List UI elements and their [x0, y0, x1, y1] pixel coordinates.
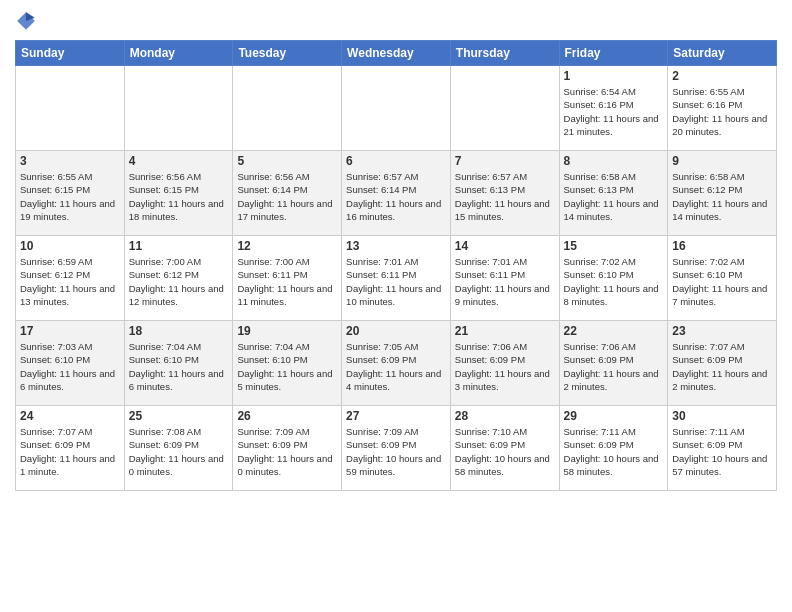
calendar-day-cell: 22Sunrise: 7:06 AM Sunset: 6:09 PM Dayli…	[559, 321, 668, 406]
calendar-day-cell: 27Sunrise: 7:09 AM Sunset: 6:09 PM Dayli…	[342, 406, 451, 491]
day-info: Sunrise: 6:56 AM Sunset: 6:14 PM Dayligh…	[237, 170, 337, 223]
day-info: Sunrise: 7:03 AM Sunset: 6:10 PM Dayligh…	[20, 340, 120, 393]
calendar-day-cell: 21Sunrise: 7:06 AM Sunset: 6:09 PM Dayli…	[450, 321, 559, 406]
calendar-day-cell: 5Sunrise: 6:56 AM Sunset: 6:14 PM Daylig…	[233, 151, 342, 236]
calendar-day-header: Wednesday	[342, 41, 451, 66]
calendar-day-header: Thursday	[450, 41, 559, 66]
calendar-day-cell: 4Sunrise: 6:56 AM Sunset: 6:15 PM Daylig…	[124, 151, 233, 236]
calendar-day-cell: 25Sunrise: 7:08 AM Sunset: 6:09 PM Dayli…	[124, 406, 233, 491]
logo	[15, 10, 41, 32]
day-number: 27	[346, 409, 446, 423]
calendar-day-header: Tuesday	[233, 41, 342, 66]
calendar-day-cell: 19Sunrise: 7:04 AM Sunset: 6:10 PM Dayli…	[233, 321, 342, 406]
calendar-day-cell: 15Sunrise: 7:02 AM Sunset: 6:10 PM Dayli…	[559, 236, 668, 321]
day-number: 7	[455, 154, 555, 168]
day-info: Sunrise: 7:06 AM Sunset: 6:09 PM Dayligh…	[564, 340, 664, 393]
day-info: Sunrise: 7:08 AM Sunset: 6:09 PM Dayligh…	[129, 425, 229, 478]
day-info: Sunrise: 7:09 AM Sunset: 6:09 PM Dayligh…	[346, 425, 446, 478]
header	[15, 10, 777, 32]
day-info: Sunrise: 7:07 AM Sunset: 6:09 PM Dayligh…	[672, 340, 772, 393]
day-info: Sunrise: 6:59 AM Sunset: 6:12 PM Dayligh…	[20, 255, 120, 308]
day-info: Sunrise: 7:06 AM Sunset: 6:09 PM Dayligh…	[455, 340, 555, 393]
day-number: 20	[346, 324, 446, 338]
day-info: Sunrise: 7:04 AM Sunset: 6:10 PM Dayligh…	[129, 340, 229, 393]
day-info: Sunrise: 7:00 AM Sunset: 6:12 PM Dayligh…	[129, 255, 229, 308]
day-number: 3	[20, 154, 120, 168]
calendar-day-cell	[233, 66, 342, 151]
day-number: 18	[129, 324, 229, 338]
day-info: Sunrise: 7:10 AM Sunset: 6:09 PM Dayligh…	[455, 425, 555, 478]
calendar-day-cell: 24Sunrise: 7:07 AM Sunset: 6:09 PM Dayli…	[16, 406, 125, 491]
calendar-header-row: SundayMondayTuesdayWednesdayThursdayFrid…	[16, 41, 777, 66]
calendar-day-cell	[342, 66, 451, 151]
day-info: Sunrise: 6:55 AM Sunset: 6:16 PM Dayligh…	[672, 85, 772, 138]
calendar-day-cell: 17Sunrise: 7:03 AM Sunset: 6:10 PM Dayli…	[16, 321, 125, 406]
day-number: 6	[346, 154, 446, 168]
day-number: 4	[129, 154, 229, 168]
day-info: Sunrise: 7:07 AM Sunset: 6:09 PM Dayligh…	[20, 425, 120, 478]
calendar-day-cell: 20Sunrise: 7:05 AM Sunset: 6:09 PM Dayli…	[342, 321, 451, 406]
day-info: Sunrise: 7:09 AM Sunset: 6:09 PM Dayligh…	[237, 425, 337, 478]
calendar-day-header: Sunday	[16, 41, 125, 66]
day-number: 1	[564, 69, 664, 83]
day-number: 5	[237, 154, 337, 168]
calendar-day-header: Friday	[559, 41, 668, 66]
day-number: 2	[672, 69, 772, 83]
day-number: 21	[455, 324, 555, 338]
day-number: 16	[672, 239, 772, 253]
calendar-day-cell: 11Sunrise: 7:00 AM Sunset: 6:12 PM Dayli…	[124, 236, 233, 321]
day-info: Sunrise: 6:58 AM Sunset: 6:13 PM Dayligh…	[564, 170, 664, 223]
calendar-day-cell: 10Sunrise: 6:59 AM Sunset: 6:12 PM Dayli…	[16, 236, 125, 321]
day-number: 11	[129, 239, 229, 253]
calendar-week-row: 10Sunrise: 6:59 AM Sunset: 6:12 PM Dayli…	[16, 236, 777, 321]
calendar-day-cell: 29Sunrise: 7:11 AM Sunset: 6:09 PM Dayli…	[559, 406, 668, 491]
calendar-day-cell	[450, 66, 559, 151]
day-number: 15	[564, 239, 664, 253]
day-number: 17	[20, 324, 120, 338]
calendar-table: SundayMondayTuesdayWednesdayThursdayFrid…	[15, 40, 777, 491]
day-number: 23	[672, 324, 772, 338]
logo-icon	[15, 10, 37, 32]
day-info: Sunrise: 7:00 AM Sunset: 6:11 PM Dayligh…	[237, 255, 337, 308]
day-info: Sunrise: 6:58 AM Sunset: 6:12 PM Dayligh…	[672, 170, 772, 223]
calendar-day-cell: 23Sunrise: 7:07 AM Sunset: 6:09 PM Dayli…	[668, 321, 777, 406]
day-info: Sunrise: 6:57 AM Sunset: 6:13 PM Dayligh…	[455, 170, 555, 223]
calendar-day-cell: 13Sunrise: 7:01 AM Sunset: 6:11 PM Dayli…	[342, 236, 451, 321]
calendar-day-cell: 18Sunrise: 7:04 AM Sunset: 6:10 PM Dayli…	[124, 321, 233, 406]
page: SundayMondayTuesdayWednesdayThursdayFrid…	[0, 0, 792, 612]
day-info: Sunrise: 7:04 AM Sunset: 6:10 PM Dayligh…	[237, 340, 337, 393]
calendar-day-header: Saturday	[668, 41, 777, 66]
day-number: 22	[564, 324, 664, 338]
day-number: 26	[237, 409, 337, 423]
calendar-day-cell: 26Sunrise: 7:09 AM Sunset: 6:09 PM Dayli…	[233, 406, 342, 491]
day-number: 30	[672, 409, 772, 423]
day-number: 25	[129, 409, 229, 423]
day-number: 13	[346, 239, 446, 253]
calendar-week-row: 17Sunrise: 7:03 AM Sunset: 6:10 PM Dayli…	[16, 321, 777, 406]
calendar-week-row: 24Sunrise: 7:07 AM Sunset: 6:09 PM Dayli…	[16, 406, 777, 491]
day-info: Sunrise: 6:56 AM Sunset: 6:15 PM Dayligh…	[129, 170, 229, 223]
day-info: Sunrise: 7:01 AM Sunset: 6:11 PM Dayligh…	[455, 255, 555, 308]
calendar-day-cell: 16Sunrise: 7:02 AM Sunset: 6:10 PM Dayli…	[668, 236, 777, 321]
day-info: Sunrise: 7:02 AM Sunset: 6:10 PM Dayligh…	[672, 255, 772, 308]
calendar-day-cell	[16, 66, 125, 151]
day-info: Sunrise: 7:11 AM Sunset: 6:09 PM Dayligh…	[564, 425, 664, 478]
calendar-day-cell: 7Sunrise: 6:57 AM Sunset: 6:13 PM Daylig…	[450, 151, 559, 236]
calendar-day-cell: 28Sunrise: 7:10 AM Sunset: 6:09 PM Dayli…	[450, 406, 559, 491]
calendar-day-cell: 30Sunrise: 7:11 AM Sunset: 6:09 PM Dayli…	[668, 406, 777, 491]
calendar-day-cell	[124, 66, 233, 151]
calendar-day-cell: 12Sunrise: 7:00 AM Sunset: 6:11 PM Dayli…	[233, 236, 342, 321]
day-info: Sunrise: 7:05 AM Sunset: 6:09 PM Dayligh…	[346, 340, 446, 393]
day-number: 14	[455, 239, 555, 253]
day-info: Sunrise: 7:11 AM Sunset: 6:09 PM Dayligh…	[672, 425, 772, 478]
calendar-day-cell: 9Sunrise: 6:58 AM Sunset: 6:12 PM Daylig…	[668, 151, 777, 236]
day-number: 24	[20, 409, 120, 423]
calendar-week-row: 3Sunrise: 6:55 AM Sunset: 6:15 PM Daylig…	[16, 151, 777, 236]
day-number: 12	[237, 239, 337, 253]
day-number: 9	[672, 154, 772, 168]
day-number: 8	[564, 154, 664, 168]
calendar-day-cell: 3Sunrise: 6:55 AM Sunset: 6:15 PM Daylig…	[16, 151, 125, 236]
day-number: 19	[237, 324, 337, 338]
calendar-day-cell: 1Sunrise: 6:54 AM Sunset: 6:16 PM Daylig…	[559, 66, 668, 151]
calendar-day-cell: 8Sunrise: 6:58 AM Sunset: 6:13 PM Daylig…	[559, 151, 668, 236]
